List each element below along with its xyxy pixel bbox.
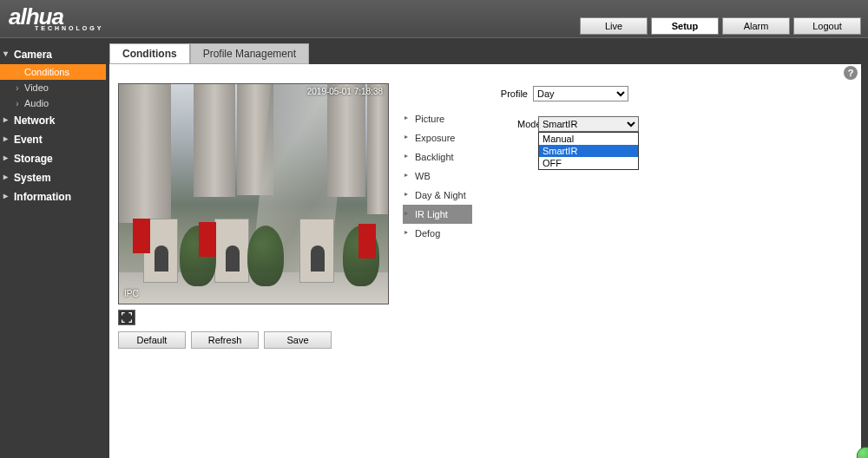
mode-label: Mode xyxy=(517,119,538,129)
fullscreen-icon[interactable] xyxy=(118,310,135,325)
sidebar-item-conditions[interactable]: Conditions xyxy=(0,64,106,80)
settings-item-picture[interactable]: Picture xyxy=(403,109,472,128)
brand-logo: alhua TECHNOLOGY xyxy=(9,3,103,31)
tab-bar: Conditions Profile Management xyxy=(109,43,861,64)
refresh-button[interactable]: Refresh xyxy=(191,331,259,349)
nav-setup[interactable]: Setup xyxy=(651,17,719,35)
sidebar-group-system[interactable]: System xyxy=(0,168,106,187)
sidebar-group-camera[interactable]: Camera xyxy=(0,45,106,64)
header-bar: alhua TECHNOLOGY Live Setup Alarm Logout xyxy=(0,0,868,38)
nav-logout[interactable]: Logout xyxy=(793,17,861,35)
top-nav: Live Setup Alarm Logout xyxy=(580,17,861,35)
settings-item-irlight[interactable]: IR Light xyxy=(403,205,472,224)
save-button[interactable]: Save xyxy=(264,331,332,349)
settings-item-defog[interactable]: Defog xyxy=(403,224,472,243)
profile-select[interactable]: Day xyxy=(533,86,628,101)
action-buttons: Default Refresh Save xyxy=(118,331,332,349)
mode-option-off[interactable]: OFF xyxy=(539,157,638,169)
nav-alarm[interactable]: Alarm xyxy=(722,17,790,35)
panel: ? 2019-05-01 7:18:38 IPC Default Refresh xyxy=(109,64,861,458)
sidebar-group-event[interactable]: Event xyxy=(0,130,106,149)
nav-live[interactable]: Live xyxy=(580,17,648,35)
mode-option-manual[interactable]: Manual xyxy=(539,133,638,145)
sidebar-item-video[interactable]: Video xyxy=(0,80,106,95)
preview-image: 2019-05-01 7:18:38 IPC xyxy=(118,83,389,304)
sidebar-group-network[interactable]: Network xyxy=(0,111,106,130)
settings-item-daynight[interactable]: Day & Night xyxy=(403,186,472,205)
sidebar: Camera Conditions Video Audio Network Ev… xyxy=(0,38,106,458)
tab-profile-management[interactable]: Profile Management xyxy=(190,43,309,64)
brand-subtext: TECHNOLOGY xyxy=(35,25,103,31)
preview-timestamp: 2019-05-01 7:18:38 xyxy=(307,87,383,96)
settings-item-wb[interactable]: WB xyxy=(403,167,472,186)
mode-option-smartir[interactable]: SmartIR xyxy=(539,145,638,157)
profile-row: Profile Day xyxy=(403,85,663,102)
mode-row: Mode SmartIR xyxy=(517,116,639,132)
mode-select[interactable]: SmartIR xyxy=(538,116,639,132)
default-button[interactable]: Default xyxy=(118,331,186,349)
settings-item-backlight[interactable]: Backlight xyxy=(403,147,472,167)
video-preview: 2019-05-01 7:18:38 IPC xyxy=(118,83,389,304)
content-area: Conditions Profile Management ? 2019-05-… xyxy=(106,38,868,458)
mode-dropdown-list[interactable]: Manual SmartIR OFF xyxy=(538,132,639,170)
settings-nav: Picture Exposure Backlight WB Day & Nigh… xyxy=(403,109,472,243)
help-icon[interactable]: ? xyxy=(844,66,858,80)
tab-conditions[interactable]: Conditions xyxy=(109,43,190,64)
sidebar-group-storage[interactable]: Storage xyxy=(0,149,106,168)
preview-label: IPC xyxy=(124,289,139,298)
sidebar-item-audio[interactable]: Audio xyxy=(0,95,106,111)
profile-label: Profile xyxy=(403,88,533,99)
sidebar-group-information[interactable]: Information xyxy=(0,187,106,206)
settings-item-exposure[interactable]: Exposure xyxy=(403,128,472,147)
